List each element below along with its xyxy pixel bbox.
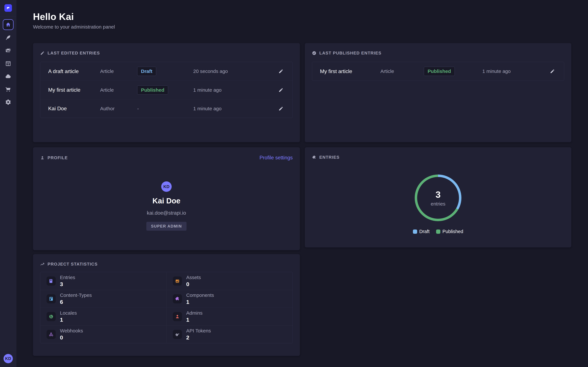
pencil-icon xyxy=(278,106,283,111)
user-icon xyxy=(40,156,45,160)
role-badge: SUPER ADMIN xyxy=(146,222,186,231)
stat-label: Admins xyxy=(186,310,203,316)
stat-label: Locales xyxy=(60,310,77,316)
sidebar-item-content-manager[interactable] xyxy=(4,33,12,42)
entry-time: 1 minute ago xyxy=(482,68,549,74)
panel-title: PROFILE xyxy=(48,155,68,160)
last-edited-table: A draft article Article Draft 20 seconds… xyxy=(40,62,293,118)
user-avatar-button[interactable]: KD xyxy=(4,354,13,363)
stat-api-tokens: API Tokens 2 xyxy=(166,325,293,343)
stat-value: 6 xyxy=(60,299,92,305)
gear-icon xyxy=(5,99,11,105)
edit-entry-button[interactable] xyxy=(549,67,556,75)
layout-icon xyxy=(47,294,56,303)
table-row[interactable]: My first article Article Published 1 min… xyxy=(40,81,293,99)
sidebar-item-media-library[interactable] xyxy=(4,46,12,55)
panel-title: ENTRIES xyxy=(319,155,340,160)
stat-label: Assets xyxy=(186,275,201,280)
sidebar-item-home[interactable] xyxy=(3,19,14,30)
last-published-table: My first article Article Published 1 min… xyxy=(312,62,564,81)
stat-assets: Assets 0 xyxy=(166,272,293,290)
panel-title: LAST EDITED ENTRIES xyxy=(48,50,100,56)
status-badge-draft: Draft xyxy=(137,67,156,76)
sidebar-item-settings[interactable] xyxy=(4,98,12,106)
edit-entry-button[interactable] xyxy=(277,67,285,75)
book-icon xyxy=(47,276,56,286)
pencil-icon xyxy=(278,69,283,74)
stat-label: API Tokens xyxy=(186,328,211,334)
pencil-icon xyxy=(550,69,555,74)
pencil-icon xyxy=(278,88,283,92)
profile-settings-link[interactable]: Profile settings xyxy=(259,155,293,161)
stats-grid: Entries 3 Assets 0 Content-Types xyxy=(40,272,293,343)
stat-label: Components xyxy=(186,292,214,298)
page-title: Hello Kai xyxy=(33,11,74,22)
profile-body: KD Kai Doe kai.doe@strapi.io SUPER ADMIN xyxy=(33,181,300,231)
profile-avatar: KD xyxy=(161,181,172,192)
check-circle-icon xyxy=(312,51,316,55)
stat-value: 1 xyxy=(60,317,77,323)
entries-donut-chart: 3 entries xyxy=(415,175,461,221)
entry-name: My first article xyxy=(48,87,100,93)
cloud-icon xyxy=(5,73,11,80)
entry-type: Author xyxy=(100,106,137,111)
table-row[interactable]: My first article Article Published 1 min… xyxy=(312,62,564,81)
draft-swatch xyxy=(413,230,417,234)
strapi-logo-icon xyxy=(6,6,10,10)
status-badge-published: Published xyxy=(424,67,455,76)
stat-content-types: Content-Types 6 xyxy=(40,290,166,308)
table-row[interactable]: A draft article Article Draft 20 seconds… xyxy=(40,62,293,81)
stat-value: 1 xyxy=(186,317,203,323)
home-icon xyxy=(5,22,11,27)
stat-entries: Entries 3 xyxy=(40,272,166,290)
stat-value: 0 xyxy=(60,334,83,341)
panel-title: PROJECT STATISTICS xyxy=(48,262,98,267)
cart-icon xyxy=(5,86,11,92)
legend-item-published: Published xyxy=(436,229,463,234)
edit-entry-button[interactable] xyxy=(277,86,285,94)
profile-email: kai.doe@strapi.io xyxy=(147,210,186,216)
stat-label: Content-Types xyxy=(60,292,92,298)
person-icon xyxy=(173,312,182,321)
entry-time: 20 seconds ago xyxy=(193,68,277,74)
globe-icon xyxy=(47,312,56,321)
entry-name: My first article xyxy=(320,68,380,74)
chart-legend: Draft Published xyxy=(305,229,571,234)
stat-label: Webhooks xyxy=(60,328,83,334)
stat-webhooks: Webhooks 0 xyxy=(40,325,166,343)
feather-icon xyxy=(5,34,11,41)
entry-time: 1 minute ago xyxy=(193,106,277,111)
webhook-icon xyxy=(47,330,56,339)
edit-entry-button[interactable] xyxy=(277,105,285,112)
sidebar-item-marketplace[interactable] xyxy=(4,85,12,93)
donut-total-label: entries xyxy=(431,201,445,207)
strapi-admin-dashboard: KD Hello Kai Welcome to your administrat… xyxy=(0,0,588,367)
published-swatch xyxy=(436,230,440,234)
panel-header: ENTRIES xyxy=(305,147,571,160)
panel-header: LAST PUBLISHED ENTRIES xyxy=(305,43,571,56)
donut-total: 3 xyxy=(435,189,441,200)
strapi-logo[interactable] xyxy=(4,4,12,12)
legend-label: Draft xyxy=(419,229,430,234)
donut-hole: 3 entries xyxy=(417,177,459,219)
stat-value: 2 xyxy=(186,334,211,341)
media-library-icon xyxy=(5,48,11,54)
pencil-icon xyxy=(40,51,45,55)
puzzle-icon xyxy=(173,294,182,303)
entry-type: Article xyxy=(100,87,137,93)
panel-header: LAST EDITED ENTRIES xyxy=(33,43,300,56)
sidebar: KD xyxy=(0,0,17,367)
panel-title: LAST PUBLISHED ENTRIES xyxy=(319,50,381,56)
entry-time: 1 minute ago xyxy=(193,87,277,93)
stat-value: 1 xyxy=(186,299,214,305)
stat-components: Components 1 xyxy=(166,290,293,308)
sidebar-item-content-type-builder[interactable] xyxy=(4,59,12,68)
profile-panel: PROFILE Profile settings KD Kai Doe kai.… xyxy=(33,147,300,250)
table-row[interactable]: Kai Doe Author - 1 minute ago xyxy=(40,99,293,118)
profile-name: Kai Doe xyxy=(152,196,180,205)
sidebar-item-deploy[interactable] xyxy=(4,72,12,81)
puzzle-icon xyxy=(312,155,316,159)
sidebar-divider-top xyxy=(0,16,16,17)
entry-type: Article xyxy=(380,68,424,74)
content-type-builder-icon xyxy=(5,60,11,67)
